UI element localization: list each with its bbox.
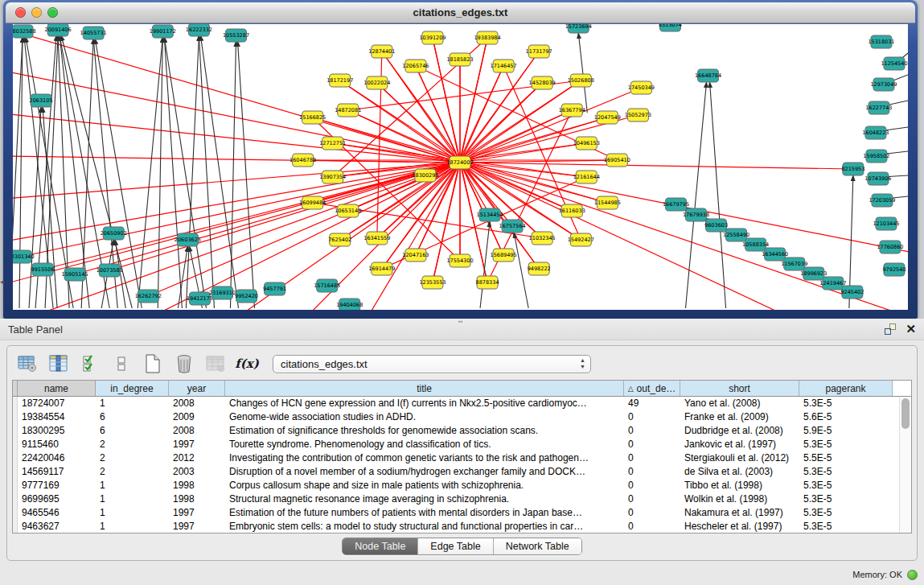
table-settings-button[interactable] — [17, 353, 38, 374]
table-cell[interactable]: 0 — [624, 438, 680, 451]
table-cell[interactable]: 0 — [624, 465, 680, 479]
table-cell[interactable]: Nakamura et al. (1997) — [680, 506, 799, 520]
table-cell[interactable]: 9465546 — [18, 506, 96, 520]
table-cell[interactable]: 9463627 — [18, 520, 96, 534]
table-cell[interactable]: 19384554 — [18, 410, 96, 424]
network-node[interactable]: 15689495 — [491, 249, 517, 262]
network-node[interactable]: 15026808 — [568, 74, 594, 87]
table-cell[interactable]: 0 — [624, 479, 680, 492]
table-cell[interactable]: Hescheler et al. (1997) — [680, 520, 799, 534]
table-row[interactable]: 977716911998Corpus callosum shape and si… — [13, 479, 911, 492]
table-cell[interactable]: 1997 — [169, 520, 225, 534]
network-node[interactable]: 16648784 — [695, 69, 721, 82]
table-cell[interactable]: 2003 — [169, 465, 225, 479]
column-header-year[interactable]: year — [169, 381, 225, 396]
network-node[interactable]: 9603603 — [704, 219, 728, 232]
table-cell[interactable]: Tourette syndrome. Phenomenology and cla… — [225, 438, 624, 451]
network-edge[interactable] — [148, 163, 460, 296]
network-node[interactable]: 15492427 — [568, 233, 594, 246]
network-node[interactable]: 12712751 — [319, 137, 346, 150]
network-node[interactable]: 18300295 — [412, 169, 438, 182]
table-row[interactable]: 1938455462009Genome-wide association stu… — [13, 410, 911, 424]
table-cell[interactable]: 5.3E-5 — [799, 465, 893, 479]
table-select-dropdown[interactable]: citations_edges.txt ▲▼ — [273, 355, 591, 373]
network-node[interactable]: 16222332 — [186, 24, 212, 36]
network-node[interactable]: 15166825 — [299, 111, 326, 124]
close-window-icon[interactable] — [15, 7, 26, 18]
network-node[interactable]: 8215953 — [841, 163, 864, 175]
network-node[interactable]: 12353553 — [419, 276, 446, 289]
table-cell[interactable]: Franke et al. (2009) — [680, 410, 799, 424]
table-cell[interactable]: 1998 — [169, 492, 225, 506]
network-node[interactable]: 23169310 — [209, 286, 236, 299]
network-node[interactable]: 12047163 — [402, 249, 429, 262]
network-node[interactable]: 16905410 — [604, 154, 630, 167]
network-node[interactable]: 10073585 — [97, 264, 123, 277]
network-node[interactable]: 20091406 — [45, 24, 72, 36]
network-edge[interactable] — [686, 82, 707, 308]
network-node[interactable]: 9915506 — [31, 263, 55, 276]
column-header-short[interactable]: short — [680, 381, 799, 396]
network-node[interactable]: 15134454 — [477, 208, 503, 221]
network-node[interactable]: 14872081 — [335, 104, 361, 117]
table-cell[interactable]: Corpus callosum shape and size in male p… — [225, 479, 624, 492]
network-node[interactable]: 20650902 — [101, 227, 127, 240]
table-row[interactable]: 946554611997Estimation of the future num… — [13, 506, 911, 520]
table-cell[interactable]: 0 — [624, 410, 680, 424]
network-node[interactable]: 7625402 — [328, 233, 351, 246]
network-node[interactable]: 10391209 — [419, 31, 446, 44]
network-node[interactable]: 10496153 — [573, 137, 600, 150]
network-node[interactable]: 14055731 — [80, 27, 107, 39]
table-cell[interactable]: 2008 — [169, 424, 225, 438]
network-node[interactable]: 10743906 — [864, 172, 891, 185]
table-cell[interactable]: 1 — [96, 397, 169, 410]
network-node[interactable]: 15958502 — [863, 150, 889, 163]
network-node[interactable]: 19901172 — [150, 25, 176, 38]
table-cell[interactable]: 2 — [96, 438, 169, 451]
network-graph[interactable]: 1872400716905410120475491502680811731797… — [13, 24, 908, 310]
network-node[interactable]: 16679795 — [663, 198, 689, 211]
table-row[interactable]: 911546021997Tourette syndrome. Phenomeno… — [13, 438, 911, 451]
table-row[interactable]: 1456911722003Disruption of a novel membe… — [13, 465, 911, 479]
network-node[interactable]: 16116033 — [559, 204, 585, 217]
network-node[interactable]: 17760860 — [877, 241, 903, 253]
network-node[interactable]: 18185823 — [446, 53, 473, 66]
table-cell[interactable]: 22420046 — [18, 451, 96, 465]
network-node[interactable]: 11731797 — [526, 45, 552, 58]
network-node[interactable]: 17203059 — [869, 194, 895, 207]
table-row[interactable]: 946362711997Embryonic stem cells: a mode… — [13, 520, 911, 534]
network-window-titlebar[interactable]: citations_edges.txt — [6, 2, 915, 23]
network-edge[interactable] — [164, 37, 206, 308]
column-header-indegree[interactable]: in_degree — [96, 381, 169, 396]
table-cell[interactable]: Investigating the contribution of common… — [225, 451, 624, 465]
network-node[interactable]: 8313074 — [659, 24, 682, 31]
network-node[interactable]: 16227743 — [865, 101, 892, 114]
table-cell[interactable]: 5.3E-5 — [799, 520, 893, 534]
network-node[interactable]: 18172197 — [326, 74, 353, 87]
column-header-name[interactable]: name — [18, 381, 96, 396]
network-node[interactable]: 9457791 — [263, 282, 286, 295]
table-cell[interactable]: 2012 — [169, 451, 225, 465]
panel-collapse-arrow-icon[interactable]: ◂ — [0, 277, 6, 286]
table-cell[interactable]: de Silva et al. (2003) — [680, 465, 799, 479]
new-table-button[interactable] — [142, 353, 163, 374]
network-node[interactable]: 16757564 — [499, 220, 526, 233]
table-cell[interactable]: Yano et al. (2008) — [680, 397, 799, 410]
network-edge[interactable] — [186, 35, 199, 308]
table-row[interactable]: 969969511998Structural magnetic resonanc… — [13, 492, 911, 506]
table-cell[interactable]: Estimation of the future numbers of pati… — [225, 506, 624, 520]
table-cell[interactable]: 6 — [96, 410, 169, 424]
network-node[interactable]: 15052973 — [625, 109, 651, 122]
network-node[interactable]: 17146457 — [491, 60, 517, 72]
table-cell[interactable]: 5.9E-5 — [799, 424, 893, 438]
table-cell[interactable]: 14569117 — [18, 465, 96, 479]
table-scrollbar[interactable] — [899, 397, 911, 533]
table-cell[interactable]: 5.3E-5 — [799, 397, 893, 410]
network-edge[interactable] — [13, 163, 460, 310]
network-node[interactable]: 10022024 — [363, 76, 390, 89]
column-header-pagerank[interactable]: pagerank — [799, 381, 893, 396]
table-cell[interactable]: Structural magnetic resonance image aver… — [225, 492, 624, 506]
close-panel-icon[interactable]: ✕ — [906, 323, 916, 335]
network-edge[interactable] — [710, 82, 726, 308]
network-edge[interactable] — [238, 41, 255, 308]
